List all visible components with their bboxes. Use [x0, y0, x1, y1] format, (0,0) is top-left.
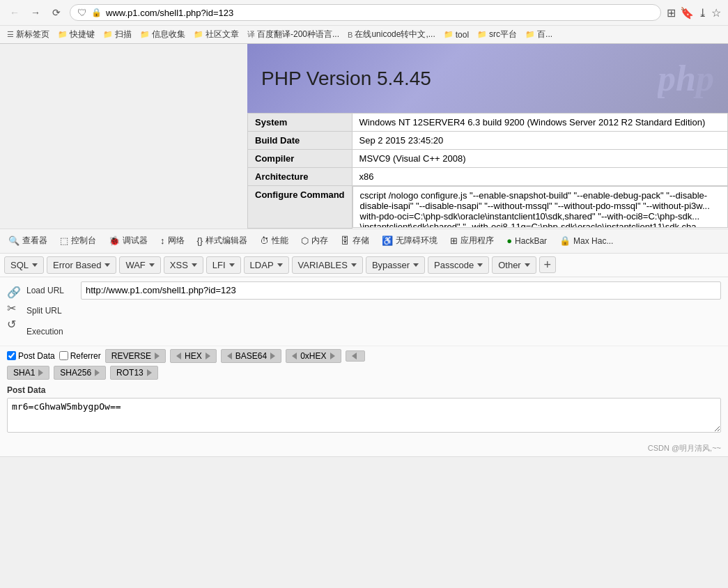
bookmark-community[interactable]: 📁 社区文章 [194, 29, 239, 40]
devtools-applications[interactable]: ⊞ 应用程序 [444, 232, 499, 249]
hex-left-arrow-icon [176, 353, 181, 359]
bookmark-more[interactable]: 📁 百... [525, 29, 552, 40]
devtools-storage[interactable]: 🗄 存储 [335, 232, 375, 249]
hackbar-encode-section: Post Data Referrer REVERSE HEX BA [0, 346, 728, 382]
bookmark-unicode-label: 在线unicode转中文,... [355, 29, 435, 40]
hackbar-sql-label: SQL [10, 260, 29, 270]
devtools-accessibility-label: 无障碍环境 [396, 235, 437, 247]
0xhex-encode-button[interactable]: 0xHEX [286, 349, 341, 363]
star-icon[interactable]: ☆ [711, 6, 721, 20]
split-url-label: Split URL [26, 306, 75, 316]
hackbar-menu-variables[interactable]: VARIABLES [292, 256, 363, 274]
php-header: PHP Version 5.4.45 php [247, 44, 728, 113]
rot13-encode-button[interactable]: ROT13 [110, 366, 158, 380]
more-encode-button[interactable] [346, 350, 365, 362]
devtools-applications-label: 应用程序 [460, 235, 494, 247]
bookmark-community-label: 社区文章 [206, 29, 239, 40]
referrer-checkbox[interactable] [59, 351, 68, 360]
other-chevron-icon [525, 263, 530, 267]
apps-icon[interactable]: ⊞ [667, 6, 676, 20]
scissors-icon[interactable]: ✂ [7, 302, 21, 315]
encode-row-1: Post Data Referrer REVERSE HEX BA [7, 349, 721, 363]
bookmark-folder-icon3: 📁 [103, 30, 113, 39]
bookmark-tool[interactable]: 📁 tool [444, 30, 469, 40]
base64-right-arrow-icon [270, 353, 275, 359]
bookmark-newtab[interactable]: ☰ 新标签页 [7, 29, 49, 40]
load-url-input[interactable] [81, 281, 721, 300]
post-data-section-label: Post Data [7, 385, 721, 395]
lfi-chevron-icon [229, 263, 235, 267]
devtools-memory[interactable]: ⬡ 内存 [295, 232, 334, 249]
hackbar-menu-ldap[interactable]: LDAP [244, 256, 289, 274]
sha256-encode-button[interactable]: SHA256 [54, 366, 106, 380]
hackbar-add-button[interactable]: + [539, 256, 556, 273]
devtools-debugger[interactable]: 🐞 调试器 [103, 232, 153, 249]
devtools-console-label: 控制台 [71, 235, 96, 247]
execution-row: Execution [26, 322, 721, 341]
devtools-viewer-label: 查看器 [22, 235, 47, 247]
php-logo: php [658, 58, 714, 99]
sha1-label: SHA1 [13, 368, 35, 378]
sha256-label: SHA256 [60, 368, 91, 378]
watermark-text: CSDN @明月清风,~~ [648, 444, 721, 452]
hackbar-menu-other[interactable]: Other [492, 256, 536, 274]
base64-left-arrow-icon [227, 353, 232, 359]
browser-bookmarks: ☰ 新标签页 📁 快捷键 📁 扫描 📁 信息收集 📁 社区文章 译 百度翻译 [0, 25, 728, 43]
post-data-checkbox-label[interactable]: Post Data [7, 351, 55, 361]
bookmark-infocollect[interactable]: 📁 信息收集 [140, 29, 185, 40]
hackbar-menu-passcode[interactable]: Passcode [428, 256, 489, 274]
devtools-maxhac[interactable]: 🔒 Max Hac... [554, 233, 619, 249]
table-cell-label: Configure Command [248, 186, 353, 229]
forward-button[interactable]: → [28, 5, 43, 20]
devtools-console[interactable]: ⬚ 控制台 [54, 232, 102, 249]
base64-encode-button[interactable]: BASE64 [221, 349, 281, 363]
split-url-row: Split URL [26, 301, 721, 320]
browser-titlebar: ← → ⟳ 🛡 🔒 ⊞ 🔖 ⤓ ☆ [0, 0, 728, 25]
devtools-viewer[interactable]: 🔍 查看器 [3, 232, 53, 249]
referrer-checkbox-label[interactable]: Referrer [59, 351, 101, 361]
devtools-style-editor[interactable]: {} 样式编辑器 [192, 232, 254, 249]
sha1-encode-button[interactable]: SHA1 [7, 366, 49, 380]
address-input[interactable] [106, 8, 653, 18]
hackbar-menu-sql[interactable]: SQL [4, 256, 44, 274]
bookmark-src[interactable]: 📁 src平台 [477, 29, 517, 40]
devtools-style-editor-label: 样式编辑器 [206, 235, 247, 247]
address-bar[interactable]: 🛡 🔒 [70, 4, 661, 21]
bookmark-src-label: src平台 [489, 29, 517, 40]
php-info-table: System Windows NT 12SERVER4 6.3 build 92… [247, 113, 728, 229]
hackbar-menu-waf[interactable]: WAF [119, 256, 160, 274]
post-data-checkbox[interactable] [7, 351, 16, 360]
link-icon[interactable]: 🔗 [7, 286, 21, 299]
applications-icon: ⊞ [450, 235, 458, 246]
hackbar-menu-xss[interactable]: XSS [164, 256, 203, 274]
load-url-row: Load URL [26, 281, 721, 300]
refresh-icon[interactable]: ↺ [7, 318, 21, 331]
table-row: Build Date Sep 2 2015 23:45:20 [248, 132, 728, 150]
devtools-performance[interactable]: ⏱ 性能 [254, 232, 294, 249]
reverse-encode-button[interactable]: REVERSE [105, 349, 166, 363]
bookmark-folder-icon: ☰ [7, 30, 14, 39]
bookmark-scan[interactable]: 📁 扫描 [103, 29, 132, 40]
bookmark-unicode[interactable]: B 在线unicode转中文,... [348, 29, 435, 40]
bookmark-shortcuts-label: 快捷键 [70, 29, 95, 40]
bookmark-shortcuts[interactable]: 📁 快捷键 [58, 29, 95, 40]
devtools-network[interactable]: ↕ 网络 [155, 232, 190, 249]
reload-button[interactable]: ⟳ [49, 5, 64, 20]
performance-icon: ⏱ [260, 235, 269, 246]
hex-encode-button[interactable]: HEX [170, 349, 217, 363]
hackbar-menu-bypasser[interactable]: Bypasser [366, 256, 425, 274]
hackbar-passcode-label: Passcode [434, 260, 474, 270]
bookmark-tool-label: tool [456, 30, 469, 40]
bookmark-icon[interactable]: 🔖 [680, 6, 694, 20]
hackbar-menu-error-based[interactable]: Error Based [47, 256, 116, 274]
back-button[interactable]: ← [7, 5, 22, 20]
hackbar-bypasser-label: Bypasser [372, 260, 410, 270]
memory-icon: ⬡ [301, 235, 309, 246]
bookmark-baidu-translate[interactable]: 译 百度翻译-200种语言... [247, 29, 339, 40]
lock-icon: 🔒 [91, 8, 102, 17]
download-icon[interactable]: ⤓ [698, 6, 707, 20]
hackbar-menu-lfi[interactable]: LFI [206, 256, 241, 274]
devtools-hackbar[interactable]: ● HackBar [501, 233, 552, 249]
post-data-textarea[interactable] [7, 398, 721, 433]
devtools-accessibility[interactable]: ♿ 无障碍环境 [376, 232, 443, 249]
